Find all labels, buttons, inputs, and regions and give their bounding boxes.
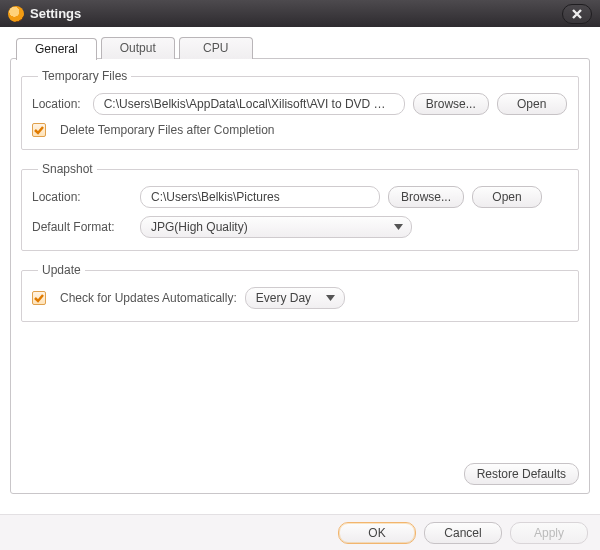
default-format-value: JPG(High Quality) xyxy=(151,220,389,234)
temp-browse-button[interactable]: Browse... xyxy=(413,93,489,115)
tabpanel-general: Temporary Files Location: C:\Users\Belki… xyxy=(10,58,590,494)
group-snapshot-legend: Snapshot xyxy=(38,162,97,176)
default-format-select[interactable]: JPG(High Quality) xyxy=(140,216,412,238)
snapshot-browse-button[interactable]: Browse... xyxy=(388,186,464,208)
close-button[interactable] xyxy=(562,4,592,24)
default-format-label: Default Format: xyxy=(32,220,132,234)
ok-button[interactable]: OK xyxy=(338,522,416,544)
update-frequency-value: Every Day xyxy=(256,291,322,305)
snapshot-location-input[interactable]: C:\Users\Belkis\Pictures xyxy=(140,186,380,208)
check-updates-label: Check for Updates Automatically: xyxy=(60,291,237,305)
delete-temp-label: Delete Temporary Files after Completion xyxy=(60,123,275,137)
update-frequency-select[interactable]: Every Day xyxy=(245,287,345,309)
tab-general[interactable]: General xyxy=(16,38,97,60)
window-title: Settings xyxy=(30,6,81,21)
check-updates-checkbox[interactable] xyxy=(32,291,46,305)
titlebar: Settings xyxy=(0,0,600,27)
chevron-down-icon xyxy=(322,289,340,307)
temp-open-button[interactable]: Open xyxy=(497,93,567,115)
tabs: General Output CPU xyxy=(10,37,590,59)
settings-window: Settings General Output CPU Temporary Fi… xyxy=(0,0,600,550)
dialog-body: General Output CPU Temporary Files Locat… xyxy=(0,27,600,514)
delete-temp-checkbox[interactable] xyxy=(32,123,46,137)
dialog-footer: OK Cancel Apply xyxy=(0,514,600,550)
snapshot-location-label: Location: xyxy=(32,190,132,204)
snapshot-open-button[interactable]: Open xyxy=(472,186,542,208)
temp-location-input[interactable]: C:\Users\Belkis\AppData\Local\Xilisoft\A… xyxy=(93,93,405,115)
app-icon xyxy=(8,6,24,22)
group-temporary-files-legend: Temporary Files xyxy=(38,69,131,83)
close-icon xyxy=(572,9,582,19)
group-update-legend: Update xyxy=(38,263,85,277)
group-temporary-files: Temporary Files Location: C:\Users\Belki… xyxy=(21,69,579,150)
group-update: Update Check for Updates Automatically: … xyxy=(21,263,579,322)
tab-output[interactable]: Output xyxy=(101,37,175,59)
check-icon xyxy=(34,293,44,303)
apply-button[interactable]: Apply xyxy=(510,522,588,544)
tab-cpu[interactable]: CPU xyxy=(179,37,253,59)
restore-defaults-button[interactable]: Restore Defaults xyxy=(464,463,579,485)
group-snapshot: Snapshot Location: C:\Users\Belkis\Pictu… xyxy=(21,162,579,251)
cancel-button[interactable]: Cancel xyxy=(424,522,502,544)
temp-location-label: Location: xyxy=(32,97,81,111)
check-icon xyxy=(34,125,44,135)
chevron-down-icon xyxy=(389,218,407,236)
